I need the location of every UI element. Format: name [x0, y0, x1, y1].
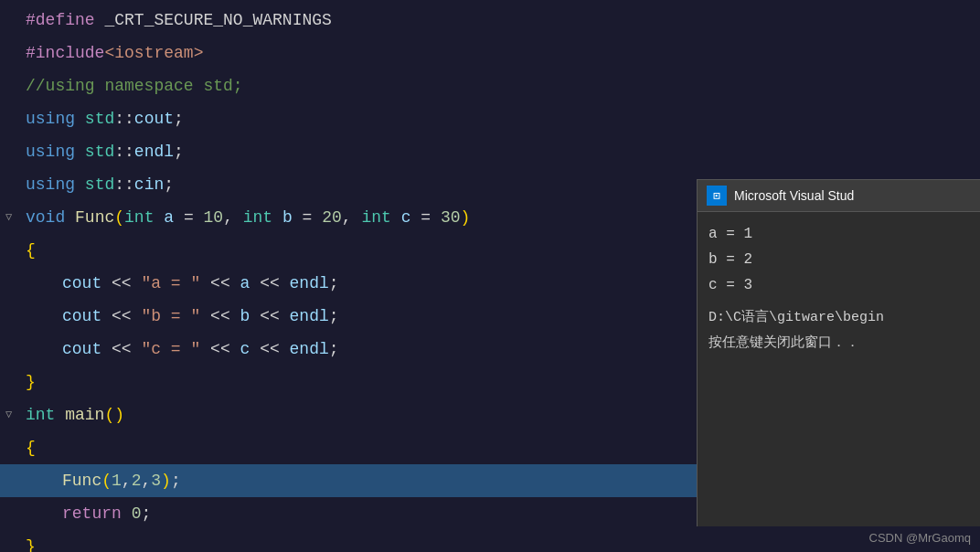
str-c: "c = ": [141, 333, 200, 366]
semicolon-2: ;: [174, 135, 184, 168]
val-20: 20: [322, 201, 342, 234]
void-keyword: void: [26, 201, 65, 234]
semi-6: ;: [329, 333, 339, 366]
call-paren-close: ): [161, 464, 171, 497]
paren-close-2: ): [114, 398, 124, 431]
val-30: 30: [441, 201, 461, 234]
param-b: b: [282, 201, 293, 234]
std-namespace-2: std: [85, 135, 114, 168]
call-comma-2: ,: [141, 464, 151, 497]
cout-3: cout: [62, 333, 101, 366]
editor-area: #define _CRT_SECURE_NO_WARNINGS #include…: [0, 0, 980, 552]
call-paren-open: (: [101, 464, 112, 497]
return-keyword: return: [62, 497, 122, 530]
int-keyword-c: int: [361, 201, 390, 234]
console-close-prompt: 按任意键关闭此窗口．．: [708, 331, 969, 356]
console-title-bar: ⊡ Microsoft Visual Stud: [698, 180, 980, 212]
csdn-watermark: CSDN @MrGaomq: [869, 531, 971, 545]
fold-icon-func[interactable]: ▽: [5, 201, 12, 234]
var-b-1: b: [240, 300, 250, 333]
semicolon-1: ;: [174, 102, 184, 135]
str-a: "a = ": [141, 267, 200, 300]
paren-open-1: (: [114, 201, 124, 234]
scope-op-1: ::: [114, 102, 134, 135]
func-call-name: Func: [62, 464, 101, 497]
console-body: a = 1 b = 2 c = 3 D:\C语言\gitware\begin 按…: [698, 212, 980, 366]
brace-close-main: }: [26, 530, 36, 552]
using-keyword-3: using: [26, 168, 75, 201]
param-c: c: [401, 201, 411, 234]
op-9: <<: [260, 333, 280, 366]
var-a-1: a: [240, 267, 250, 300]
int-keyword-a: int: [124, 201, 154, 234]
code-line-3: //using namespace std;: [0, 69, 980, 102]
int-keyword-b: int: [243, 201, 272, 234]
std-namespace-3: std: [85, 168, 114, 201]
using-keyword-2: using: [26, 135, 75, 168]
op-8: <<: [210, 333, 230, 366]
comma-2: ,: [342, 201, 352, 234]
call-comma-1: ,: [122, 464, 132, 497]
semi-7: ;: [171, 464, 181, 497]
scope-op-3: ::: [114, 168, 134, 201]
brace-open-func: {: [26, 234, 36, 267]
var-c-1: c: [240, 333, 250, 366]
include-keyword: #include: [26, 37, 104, 69]
main-func: main: [65, 398, 104, 431]
func-name: Func: [75, 201, 114, 234]
semi-5: ;: [329, 300, 339, 333]
std-namespace-1: std: [85, 102, 114, 135]
op-6: <<: [260, 300, 280, 333]
cout-ident: cout: [134, 102, 174, 135]
console-output-c: c = 3: [708, 272, 969, 298]
code-line-2: #include<iostream>: [0, 37, 980, 69]
endl-2: endl: [290, 300, 329, 333]
console-output-a: a = 1: [708, 221, 969, 247]
console-output-b: b = 2: [708, 247, 969, 272]
endl-3: endl: [290, 333, 329, 366]
endl-1: endl: [290, 267, 329, 300]
cout-2: cout: [62, 300, 101, 333]
fold-icon-main[interactable]: ▽: [5, 398, 12, 431]
return-val: 0: [132, 497, 142, 530]
code-line-17: }: [0, 530, 980, 552]
op-4: <<: [112, 300, 132, 333]
semicolon-3: ;: [164, 168, 174, 201]
paren-close-1: ): [461, 201, 471, 234]
using-keyword-1: using: [26, 102, 75, 135]
arg-3: 3: [151, 464, 161, 497]
code-line-1: #define _CRT_SECURE_NO_WARNINGS: [0, 4, 980, 37]
eq-3: =: [421, 201, 431, 234]
console-path-line: D:\C语言\gitware\begin 按任意键关闭此窗口．．: [708, 305, 969, 356]
cout-1: cout: [62, 267, 101, 300]
console-title-text: Microsoft Visual Stud: [734, 188, 854, 203]
semi-4: ;: [329, 267, 339, 300]
arg-1: 1: [112, 464, 122, 497]
arg-2: 2: [132, 464, 142, 497]
semi-8: ;: [141, 497, 151, 530]
str-b: "b = ": [141, 300, 200, 333]
paren-open-2: (: [104, 398, 114, 431]
val-10: 10: [204, 201, 224, 234]
brace-close-func: }: [26, 366, 36, 398]
include-file: <iostream>: [104, 37, 203, 69]
cin-ident: cin: [134, 168, 164, 201]
endl-ident: endl: [134, 135, 174, 168]
console-app-icon: ⊡: [707, 186, 727, 206]
code-line-4: using std::cout;: [0, 102, 980, 135]
op-5: <<: [210, 300, 230, 333]
define-value: _CRT_SECURE_NO_WARNINGS: [104, 4, 331, 37]
op-3: <<: [260, 267, 280, 300]
console-overlay: ⊡ Microsoft Visual Stud a = 1 b = 2 c = …: [697, 179, 980, 526]
code-line-5: using std::endl;: [0, 135, 980, 168]
op-1: <<: [112, 267, 132, 300]
eq-2: =: [303, 201, 313, 234]
comma-1: ,: [223, 201, 233, 234]
eq-1: =: [184, 201, 194, 234]
int-keyword-main: int: [26, 398, 55, 431]
define-keyword: #define: [26, 4, 95, 37]
op-7: <<: [112, 333, 132, 366]
console-path-text: D:\C语言\gitware\begin: [708, 305, 969, 331]
comment-line: //using namespace std;: [26, 69, 243, 102]
brace-open-main: {: [26, 431, 36, 464]
